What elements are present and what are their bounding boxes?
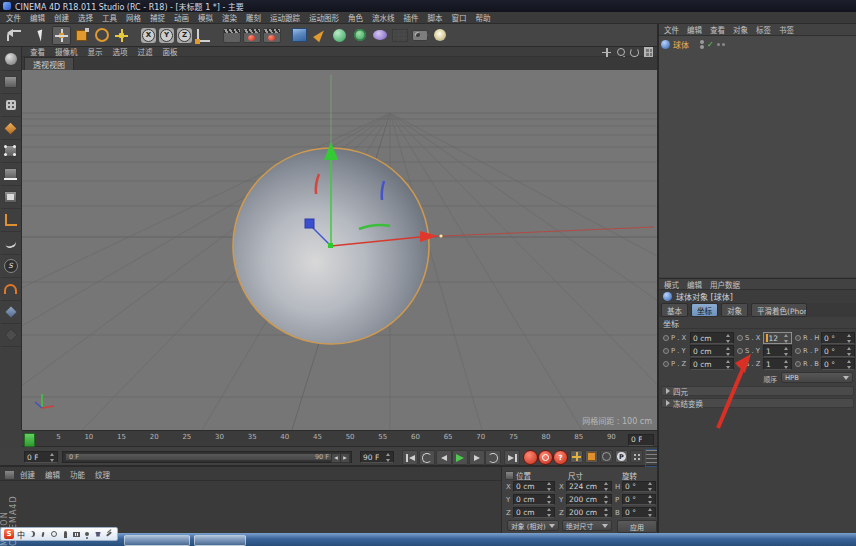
material-manager[interactable]: 创建编辑功能纹理 <box>0 467 502 533</box>
pz-field[interactable]: 0 cm <box>690 358 734 370</box>
object-row-sphere[interactable]: 球体 ✓ <box>661 38 725 50</box>
spinner[interactable] <box>385 453 391 462</box>
lock-z-button[interactable]: Z <box>177 28 192 43</box>
sy-field[interactable]: 1 <box>763 345 792 357</box>
polygons-mode-icon[interactable] <box>1 186 21 209</box>
quaternion-section[interactable]: 四元 <box>661 386 854 396</box>
viewport-menu-item[interactable]: 选项 <box>113 46 128 57</box>
sogou-logo[interactable]: S <box>4 529 14 539</box>
rotation-field[interactable]: 0 ° <box>622 481 656 492</box>
spinner[interactable] <box>546 508 552 517</box>
position-field[interactable]: 0 cm <box>513 507 555 518</box>
visibility-dots[interactable] <box>700 40 704 49</box>
live-selection-icon[interactable] <box>32 26 51 45</box>
add-cube-icon[interactable] <box>290 26 309 45</box>
px-field[interactable]: 0 cm <box>690 332 734 344</box>
axis-mode-icon[interactable] <box>1 209 21 232</box>
z-axis-cube[interactable] <box>305 219 314 228</box>
size-field[interactable]: 200 cm <box>566 507 612 518</box>
play-backwards-button[interactable] <box>419 450 435 465</box>
menu-item[interactable]: 渲染 <box>222 12 237 23</box>
spinner[interactable] <box>783 347 789 356</box>
menu-item[interactable]: 窗口 <box>452 12 467 23</box>
object-name[interactable]: 球体 <box>673 39 689 50</box>
spline-pen-icon[interactable] <box>310 26 329 45</box>
scale-tool-icon[interactable] <box>72 26 91 45</box>
menu-item[interactable]: 帮助 <box>476 12 491 23</box>
halfwidth-moon-icon[interactable] <box>28 530 36 538</box>
attribute-menu-item[interactable]: 模式 <box>664 279 679 290</box>
tab-object[interactable]: 对象 <box>721 303 748 317</box>
keyframe-dot[interactable] <box>737 361 743 367</box>
zoom-view-icon[interactable] <box>616 48 625 57</box>
play-forward-button[interactable] <box>452 450 468 465</box>
rp-field[interactable]: 0 ° <box>821 345 855 357</box>
keyframe-dot[interactable] <box>795 335 801 341</box>
material-menu-item[interactable]: 编辑 <box>45 469 60 480</box>
timeline-scrollbar-handle[interactable]: 0 F 90 F <box>65 453 333 461</box>
current-frame-box[interactable]: 0 F <box>628 434 654 446</box>
spinner[interactable] <box>546 495 552 504</box>
menu-item[interactable]: 动画 <box>174 12 189 23</box>
apply-button[interactable]: 应用 <box>617 520 657 533</box>
menu-item[interactable]: 工具 <box>102 12 117 23</box>
coordinate-mode-dropdown[interactable]: 对象 (相对) <box>507 520 559 531</box>
keyboard-icon[interactable] <box>72 530 80 538</box>
voice-icon[interactable] <box>61 530 69 538</box>
attribute-menu-item[interactable]: 用户数据 <box>710 279 740 290</box>
viewport-menu-item[interactable]: 查看 <box>30 46 45 57</box>
snap-icon[interactable]: S <box>1 255 21 278</box>
lock-x-button[interactable]: X <box>141 28 156 43</box>
enabled-check-icon[interactable]: ✓ <box>707 40 714 49</box>
keyframe-dot[interactable] <box>663 348 669 354</box>
menu-item[interactable]: 选择 <box>78 12 93 23</box>
spinner[interactable] <box>725 334 731 343</box>
object-manager-menu-item[interactable]: 查看 <box>710 24 725 35</box>
ime-bar[interactable]: S 中 <box>0 527 118 541</box>
object-manager-menu-item[interactable]: 标签 <box>756 24 771 35</box>
lock-y-button[interactable]: Y <box>159 28 174 43</box>
generators-icon[interactable] <box>330 26 349 45</box>
menu-item[interactable]: 文件 <box>6 12 21 23</box>
edges-mode-icon[interactable] <box>1 163 21 186</box>
menu-item[interactable]: 创建 <box>54 12 69 23</box>
workplane-icon[interactable] <box>1 301 21 324</box>
panel-icon[interactable] <box>505 471 514 480</box>
key-rotation-toggle[interactable] <box>600 450 613 463</box>
material-menu-item[interactable]: 纹理 <box>95 469 110 480</box>
menu-item[interactable]: 插件 <box>404 12 419 23</box>
last-tool-icon[interactable] <box>112 26 131 45</box>
tab-phong[interactable]: 平滑着色(Phong) <box>751 303 807 317</box>
object-manager-menu-item[interactable]: 文件 <box>664 24 679 35</box>
deformers-icon[interactable] <box>350 26 369 45</box>
size-mode-dropdown[interactable]: 绝对尺寸 <box>562 520 612 531</box>
spinner[interactable] <box>783 334 789 343</box>
scroll-right-icon[interactable] <box>340 453 350 463</box>
spinner[interactable] <box>603 508 609 517</box>
menu-item[interactable]: 运动跟踪 <box>270 12 300 23</box>
menu-item[interactable]: 捕捉 <box>150 12 165 23</box>
camera-icon[interactable] <box>410 26 429 45</box>
spinner[interactable] <box>725 360 731 369</box>
environment-icon[interactable] <box>370 26 389 45</box>
spinner[interactable] <box>603 495 609 504</box>
py-field[interactable]: 0 cm <box>690 345 734 357</box>
size-field[interactable]: 200 cm <box>566 494 612 505</box>
keyframe-dot[interactable] <box>795 348 801 354</box>
skin-icon[interactable] <box>94 530 102 538</box>
rotation-field[interactable]: 0 ° <box>622 494 656 505</box>
start-frame-field[interactable]: 0 F <box>24 451 58 463</box>
menu-item[interactable]: 脚本 <box>428 12 443 23</box>
normal-mode-icon[interactable] <box>1 232 21 255</box>
magnet-icon[interactable] <box>1 278 21 301</box>
freeze-transform-section[interactable]: 冻结变换 <box>661 398 854 408</box>
loop-button[interactable] <box>485 450 501 465</box>
viewport-menu-item[interactable]: 显示 <box>88 46 103 57</box>
render-settings-icon[interactable] <box>262 26 281 45</box>
texture-mode-icon[interactable] <box>1 94 21 117</box>
object-manager-menu-item[interactable]: 书签 <box>779 24 794 35</box>
model-mode-icon[interactable] <box>1 71 21 94</box>
keyframe-dot[interactable] <box>737 348 743 354</box>
object-manager-menu-item[interactable]: 编辑 <box>687 24 702 35</box>
sz-field[interactable]: 1 <box>763 358 792 370</box>
